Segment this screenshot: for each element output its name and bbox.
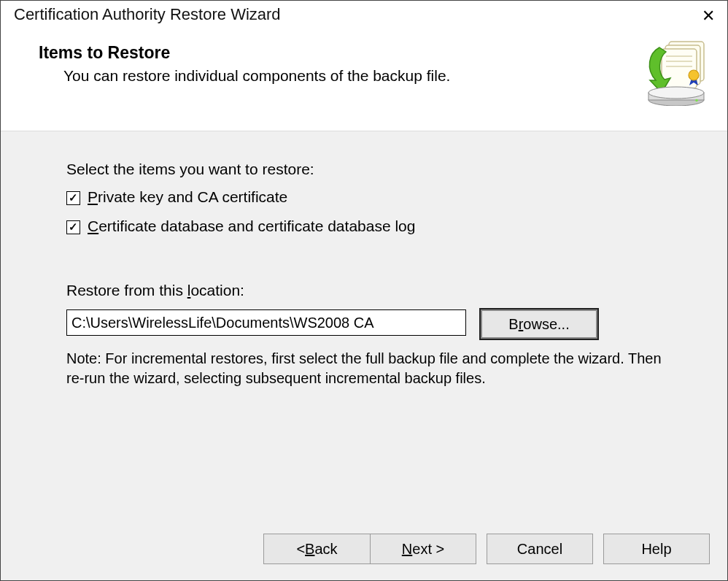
title-bar: Certification Authority Restore Wizard: [1, 1, 727, 33]
cert-database-checkbox[interactable]: [66, 220, 80, 234]
restore-location-row: Browse...: [66, 309, 684, 339]
browse-button[interactable]: Browse...: [481, 309, 597, 339]
header-heading: Items to Restore: [39, 43, 641, 63]
checkbox-row-private-key: Private key and CA certificate: [66, 188, 684, 206]
restore-location-input[interactable]: [66, 309, 466, 336]
private-key-checkbox[interactable]: [66, 191, 80, 205]
svg-point-11: [695, 99, 698, 102]
next-button[interactable]: Next >: [370, 534, 476, 564]
help-button[interactable]: Help: [603, 534, 710, 564]
close-icon: [702, 8, 715, 24]
cancel-button[interactable]: Cancel: [487, 534, 593, 564]
cert-database-checkbox-label: Certificate database and certificate dat…: [88, 218, 415, 235]
wizard-footer: < Back Next > Cancel Help: [1, 522, 727, 580]
back-next-pair: < Back Next >: [263, 534, 476, 564]
close-button[interactable]: [695, 5, 721, 27]
svg-point-10: [648, 87, 704, 99]
wizard-window: Certification Authority Restore Wizard I…: [0, 0, 728, 581]
checkbox-row-cert-database: Certificate database and certificate dat…: [66, 218, 684, 235]
wizard-body: Select the items you want to restore: Pr…: [1, 131, 727, 522]
svg-point-7: [689, 70, 699, 80]
incremental-restore-note: Note: For incremental restores, first se…: [66, 349, 665, 388]
restore-location-label: Restore from this location:: [66, 282, 684, 299]
private-key-checkbox-label: Private key and CA certificate: [88, 188, 287, 206]
window-title: Certification Authority Restore Wizard: [14, 5, 281, 24]
back-button[interactable]: < Back: [263, 534, 370, 564]
header-subtext: You can restore individual components of…: [39, 67, 641, 85]
header-text: Items to Restore You can restore individ…: [39, 43, 641, 85]
restore-wizard-icon: [641, 40, 711, 106]
select-items-label: Select the items you want to restore:: [66, 161, 684, 178]
wizard-header: Items to Restore You can restore individ…: [1, 33, 727, 131]
